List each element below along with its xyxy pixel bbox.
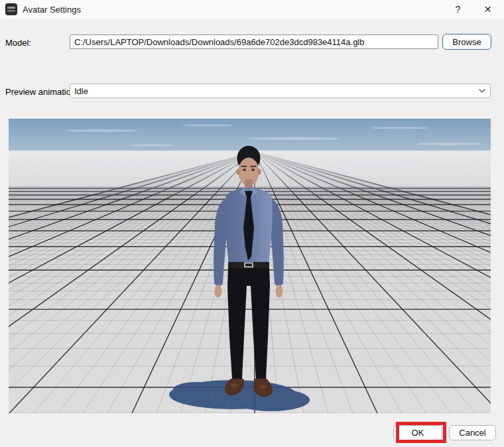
app-icon [5, 3, 17, 15]
avatar-eye-left [243, 168, 246, 170]
window-title: Avatar Settings [23, 5, 81, 15]
help-button[interactable]: ? [443, 0, 473, 19]
avatar-3d-viewport[interactable] [9, 119, 491, 413]
title-bar: Avatar Settings ? ✕ [0, 0, 504, 19]
avatar-ear-left [236, 168, 239, 174]
chevron-down-icon [478, 88, 486, 94]
preview-animation-select[interactable]: Idle [70, 84, 491, 98]
model-path-input[interactable] [70, 34, 438, 49]
ok-button[interactable]: OK [393, 425, 442, 440]
avatar-preview-scene [9, 119, 491, 413]
avatar-pants-hip [227, 268, 270, 286]
avatar-eye-right [251, 168, 255, 170]
avatar-brow-left [241, 166, 247, 167]
close-button[interactable]: ✕ [473, 0, 503, 19]
preview-animation-label: Preview animation [5, 87, 76, 97]
avatar-shoe-highlight-left [230, 383, 238, 387]
preview-animation-value: Idle [74, 86, 478, 96]
avatar-shoe-highlight-right [259, 385, 267, 389]
avatar-ear-right [257, 168, 261, 174]
cancel-button[interactable]: Cancel [449, 425, 496, 440]
avatar-brow-right [251, 166, 257, 167]
avatar-hand-right [276, 285, 283, 298]
model-label: Model: [5, 38, 31, 48]
avatar-hand-left [215, 285, 222, 298]
browse-button[interactable]: Browse [442, 34, 491, 50]
